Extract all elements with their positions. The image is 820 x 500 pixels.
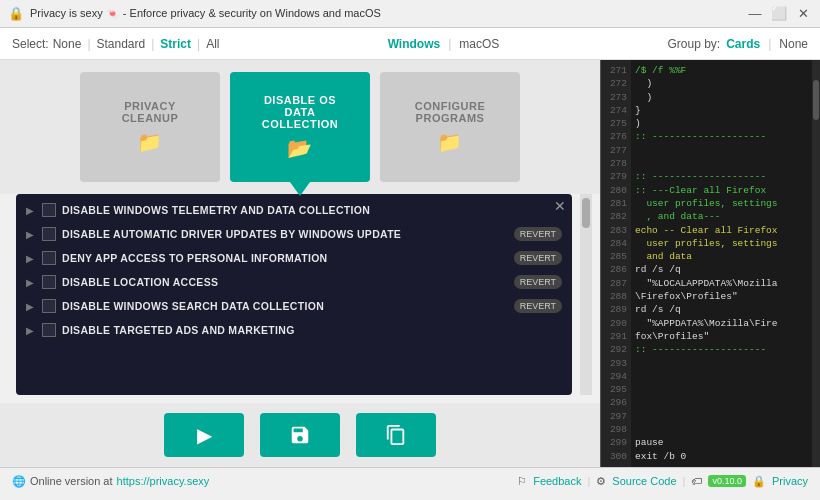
tag-icon: 🏷 bbox=[691, 475, 702, 487]
checkbox-item4[interactable] bbox=[42, 275, 56, 289]
card-privacy-cleanup-icon: 📁 bbox=[137, 130, 163, 154]
right-panel: 271272273274275 276277278279280 28128228… bbox=[600, 60, 820, 467]
checkbox-item3[interactable] bbox=[42, 251, 56, 265]
expand-icon[interactable]: ▶ bbox=[26, 277, 36, 288]
item4-text: DISABLE LOCATION ACCESS bbox=[62, 276, 508, 288]
checkbox-item6[interactable] bbox=[42, 323, 56, 337]
checkbox-item5[interactable] bbox=[42, 299, 56, 313]
item5-text: DISABLE WINDOWS SEARCH DATA COLLECTION bbox=[62, 300, 508, 312]
group-cards[interactable]: Cards bbox=[726, 37, 760, 51]
os-macos[interactable]: macOS bbox=[459, 37, 499, 51]
footer-right: ⚐ Feedback | ⚙ Source Code | 🏷 v0.10.0 🔒… bbox=[517, 475, 808, 488]
version-badge: v0.10.0 bbox=[708, 475, 746, 487]
code-content: /$ /f %%F ) ) } ) :: -------------------… bbox=[631, 60, 812, 467]
titlebar-left: 🔒 Privacy is sexy 🍬 - Enforce privacy & … bbox=[8, 6, 381, 21]
select-all[interactable]: All bbox=[206, 37, 219, 51]
privacy-link[interactable]: Privacy bbox=[772, 475, 808, 487]
card-disable-os-data-label: DISABLE OS DATA COLLECTION bbox=[262, 94, 339, 130]
copy-icon bbox=[385, 424, 407, 446]
titlebar: 🔒 Privacy is sexy 🍬 - Enforce privacy & … bbox=[0, 0, 820, 28]
os-windows[interactable]: Windows bbox=[388, 37, 441, 51]
select-label: Select: bbox=[12, 37, 49, 51]
source-icon: ⚙ bbox=[596, 475, 606, 488]
app-icon: 🔒 bbox=[8, 6, 24, 21]
toolbar-group-by: Group by: Cards | None bbox=[667, 37, 808, 51]
line-numbers: 271272273274275 276277278279280 28128228… bbox=[601, 60, 631, 467]
item6-text: DISABLE TARGETED ADS AND MARKETING bbox=[62, 324, 562, 336]
online-label: Online version at bbox=[30, 475, 113, 487]
left-panel: PRIVACY CLEANUP 📁 DISABLE OS DATA COLLEC… bbox=[0, 60, 600, 467]
minimize-button[interactable]: — bbox=[746, 5, 764, 23]
group-label: Group by: bbox=[667, 37, 720, 51]
select-standard[interactable]: Standard bbox=[97, 37, 146, 51]
card-disable-os-data-icon: 📂 bbox=[287, 136, 313, 160]
source-code-link[interactable]: Source Code bbox=[612, 475, 676, 487]
action-bar: ▶ bbox=[0, 403, 600, 467]
revert-button[interactable]: REVERT bbox=[514, 227, 562, 241]
close-list-button[interactable]: ✕ bbox=[554, 198, 566, 214]
item1-text: DISABLE WINDOWS TELEMETRY AND DATA COLLE… bbox=[62, 204, 562, 216]
code-scroll-thumb[interactable] bbox=[813, 80, 819, 120]
checkbox-item2[interactable] bbox=[42, 227, 56, 241]
titlebar-controls[interactable]: — ⬜ ✕ bbox=[746, 5, 812, 23]
toolbar-os-group: Windows | macOS bbox=[388, 37, 500, 51]
card-active-arrow bbox=[290, 182, 310, 196]
run-button[interactable]: ▶ bbox=[164, 413, 244, 457]
item3-text: DENY APP ACCESS TO PERSONAL INFORMATION bbox=[62, 252, 508, 264]
save-button[interactable] bbox=[260, 413, 340, 457]
list-item[interactable]: ▶ DISABLE LOCATION ACCESS REVERT bbox=[16, 270, 572, 294]
toolbar-select-group: Select: None | Standard | Strict | All bbox=[12, 37, 219, 51]
toolbar: Select: None | Standard | Strict | All W… bbox=[0, 28, 820, 60]
revert-button[interactable]: REVERT bbox=[514, 299, 562, 313]
footer-left: 🌐 Online version at https://privacy.sexy bbox=[12, 475, 209, 488]
code-area: 271272273274275 276277278279280 28128228… bbox=[601, 60, 820, 467]
scroll-thumb[interactable] bbox=[582, 198, 590, 228]
card-privacy-cleanup-label: PRIVACY CLEANUP bbox=[122, 100, 179, 124]
list-item[interactable]: ▶ DISABLE WINDOWS SEARCH DATA COLLECTION… bbox=[16, 294, 572, 318]
card-privacy-cleanup[interactable]: PRIVACY CLEANUP 📁 bbox=[80, 72, 220, 182]
select-strict[interactable]: Strict bbox=[160, 37, 191, 51]
group-none[interactable]: None bbox=[779, 37, 808, 51]
expand-icon[interactable]: ▶ bbox=[26, 301, 36, 312]
item2-text: DISABLE AUTOMATIC DRIVER UPDATES BY WIND… bbox=[62, 228, 508, 240]
footer: 🌐 Online version at https://privacy.sexy… bbox=[0, 467, 820, 495]
expand-icon[interactable]: ▶ bbox=[26, 253, 36, 264]
feedback-icon: ⚐ bbox=[517, 475, 527, 488]
maximize-button[interactable]: ⬜ bbox=[770, 5, 788, 23]
checkbox-item1[interactable] bbox=[42, 203, 56, 217]
card-configure-programs-label: CONFIGURE PROGRAMS bbox=[415, 100, 486, 124]
card-configure-programs-icon: 📁 bbox=[437, 130, 463, 154]
expand-icon[interactable]: ▶ bbox=[26, 205, 36, 216]
copy-button[interactable] bbox=[356, 413, 436, 457]
items-list: ✕ ▶ DISABLE WINDOWS TELEMETRY AND DATA C… bbox=[16, 194, 572, 395]
feedback-link[interactable]: Feedback bbox=[533, 475, 581, 487]
list-item[interactable]: ▶ DISABLE AUTOMATIC DRIVER UPDATES BY WI… bbox=[16, 222, 572, 246]
expand-icon[interactable]: ▶ bbox=[26, 229, 36, 240]
globe-icon: 🌐 bbox=[12, 475, 26, 488]
card-configure-programs[interactable]: CONFIGURE PROGRAMS 📁 bbox=[380, 72, 520, 182]
app-title: Privacy is sexy 🍬 - Enforce privacy & se… bbox=[30, 7, 381, 20]
list-scrollbar[interactable] bbox=[580, 194, 592, 395]
close-button[interactable]: ✕ bbox=[794, 5, 812, 23]
expand-icon[interactable]: ▶ bbox=[26, 325, 36, 336]
cards-area: PRIVACY CLEANUP 📁 DISABLE OS DATA COLLEC… bbox=[0, 60, 600, 194]
list-item[interactable]: ▶ DISABLE TARGETED ADS AND MARKETING bbox=[16, 318, 572, 342]
privacy-icon: 🔒 bbox=[752, 475, 766, 488]
save-icon bbox=[289, 424, 311, 446]
revert-button[interactable]: REVERT bbox=[514, 251, 562, 265]
main-area: PRIVACY CLEANUP 📁 DISABLE OS DATA COLLEC… bbox=[0, 60, 820, 467]
list-item[interactable]: ▶ DENY APP ACCESS TO PERSONAL INFORMATIO… bbox=[16, 246, 572, 270]
card-disable-os-data[interactable]: DISABLE OS DATA COLLECTION 📂 bbox=[230, 72, 370, 182]
select-none[interactable]: None bbox=[53, 37, 82, 51]
online-url[interactable]: https://privacy.sexy bbox=[117, 475, 210, 487]
list-item[interactable]: ▶ DISABLE WINDOWS TELEMETRY AND DATA COL… bbox=[16, 198, 572, 222]
code-scrollbar[interactable] bbox=[812, 60, 820, 467]
revert-button[interactable]: REVERT bbox=[514, 275, 562, 289]
